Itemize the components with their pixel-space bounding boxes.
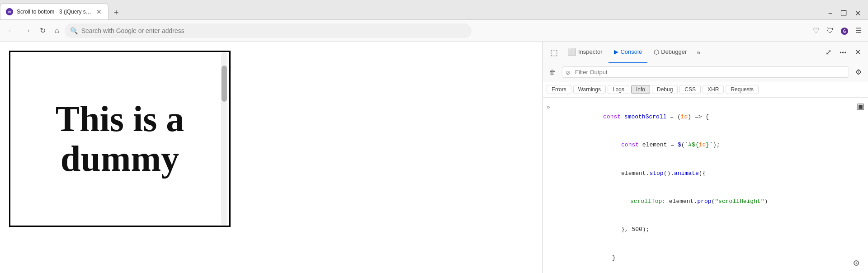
undock-button[interactable]: ⤢ — [822, 45, 835, 59]
filter-requests[interactable]: Requests — [726, 85, 759, 94]
chevrons-right-icon: » — [697, 49, 700, 56]
extensions-icon: 6 — [841, 28, 848, 35]
gear-icon: ⚙ — [855, 68, 862, 76]
demo-text-line2: dummy — [56, 139, 184, 179]
console-entry: » const smoothScroll = (id) => { const e… — [543, 101, 868, 273]
address-input[interactable] — [65, 24, 472, 38]
close-button[interactable]: ✕ — [851, 7, 864, 19]
side-panel-toggle-button[interactable]: ▣ — [857, 101, 864, 111]
scrollbar[interactable] — [221, 52, 227, 226]
console-filter-bar: 🗑 ⊘ ⚙ — [543, 63, 868, 81]
home-button[interactable]: ⌂ — [51, 24, 63, 38]
cursor-icon — [854, 260, 859, 266]
filter-debug[interactable]: Debug — [652, 85, 678, 94]
pick-element-icon: ⬚ — [550, 47, 558, 57]
tab-label: Scroll to bottom - 3 (jQuery smoo — [17, 9, 92, 15]
nav-icons: ♡ 🛡 6 ☰ — [810, 24, 864, 38]
page-content: This is a dummy — [0, 42, 542, 273]
undock-icon: ⤢ — [826, 48, 831, 56]
code-line-5: }, 500); — [554, 216, 864, 244]
devtools-panel: ⬚ ⬜ Inspector ▶ Console ⬡ Debugger » — [542, 42, 868, 273]
filter-input[interactable] — [562, 66, 849, 78]
demo-box: This is a dummy — [9, 51, 231, 227]
devtools-close-button[interactable]: ✕ — [851, 45, 864, 59]
new-tab-button[interactable]: + — [110, 6, 123, 19]
filter-css[interactable]: CSS — [679, 85, 701, 94]
trash-icon: 🗑 — [549, 69, 556, 76]
console-code-block: const smoothScroll = (id) => { const ele… — [554, 103, 864, 273]
console-settings-button[interactable]: ⚙ — [853, 66, 864, 78]
clear-console-button[interactable]: 🗑 — [547, 67, 558, 78]
inspector-icon: ⬜ — [568, 48, 576, 56]
demo-text-line1: This is a — [56, 99, 184, 139]
filter-warnings[interactable]: Warnings — [573, 85, 606, 94]
forward-button[interactable]: → — [20, 24, 34, 38]
minimize-button[interactable]: − — [825, 8, 836, 19]
tab-inspector[interactable]: ⬜ Inspector — [562, 42, 608, 63]
code-line-6: } — [554, 244, 864, 272]
maximize-button[interactable]: ❐ — [837, 7, 850, 19]
forward-icon: → — [24, 27, 31, 34]
menu-button[interactable]: ☰ — [853, 24, 864, 38]
window-controls: − ❐ ✕ — [821, 7, 868, 19]
scrollbar-thumb — [222, 66, 227, 102]
filter-input-container: ⊘ — [562, 66, 849, 78]
cursor-position — [854, 259, 861, 266]
home-icon: ⌂ — [55, 27, 59, 34]
hamburger-icon: ☰ — [855, 27, 862, 34]
filter-xhr[interactable]: XHR — [703, 85, 724, 94]
tab-close-button[interactable]: ✕ — [95, 7, 103, 16]
code-line-2: const element = $(`#${id}`); — [554, 131, 864, 159]
tab-bar: Scroll to bottom - 3 (jQuery smoo ✕ + − … — [0, 0, 868, 20]
more-options-button[interactable]: ••• — [836, 46, 850, 59]
devtools-toolbar: ⬚ ⬜ Inspector ▶ Console ⬡ Debugger » — [543, 42, 868, 63]
filter-errors[interactable]: Errors — [547, 85, 571, 94]
browser-window: Scroll to bottom - 3 (jQuery smoo ✕ + − … — [0, 0, 868, 273]
debugger-icon: ⬡ — [654, 48, 659, 56]
console-prompt-icon: » — [547, 103, 550, 111]
back-button[interactable]: ← — [4, 24, 18, 38]
pick-element-button[interactable]: ⬚ — [547, 45, 561, 60]
bookmark-button[interactable]: ♡ — [810, 24, 822, 38]
demo-text: This is a dummy — [47, 90, 193, 188]
nav-bar: ← → ↻ ⌂ 🔍 ♡ 🛡 6 ☰ — [0, 20, 868, 42]
filter-info[interactable]: Info — [631, 85, 650, 94]
code-line-4: scrollTop: element.prop("scrollHeight") — [554, 188, 864, 216]
filter-pills: Errors Warnings Logs Info Debug CSS XHR … — [543, 81, 868, 98]
close-icon: ✕ — [855, 48, 861, 56]
refresh-button[interactable]: ↻ — [36, 24, 49, 38]
shield-icon: 🛡 — [826, 27, 834, 34]
console-icon: ▶ — [614, 48, 618, 55]
tab-favicon — [6, 8, 13, 15]
filter-logs[interactable]: Logs — [608, 85, 629, 94]
extensions-button[interactable]: 6 — [838, 24, 851, 38]
filter-icon: ⊘ — [566, 69, 571, 75]
address-bar-container: 🔍 — [65, 24, 472, 38]
main-area: This is a dummy ⬚ ⬜ Inspector — [0, 42, 868, 273]
back-icon: ← — [7, 27, 14, 34]
shield-button[interactable]: 🛡 — [824, 24, 836, 38]
scrollbar-track — [221, 52, 227, 226]
more-tools-button[interactable]: » — [693, 46, 704, 59]
console-output: » const smoothScroll = (id) => { const e… — [543, 98, 868, 273]
more-options-icon: ••• — [840, 50, 847, 56]
bookmark-icon: ♡ — [813, 27, 819, 34]
browser-tab[interactable]: Scroll to bottom - 3 (jQuery smoo ✕ — [0, 3, 108, 19]
code-line-3: element.stop().animate({ — [554, 160, 864, 188]
tab-debugger[interactable]: ⬡ Debugger — [648, 42, 692, 63]
side-panel-icon: ▣ — [857, 102, 864, 111]
tab-console[interactable]: ▶ Console — [609, 42, 647, 63]
refresh-icon: ↻ — [40, 27, 46, 34]
code-line-1: const smoothScroll = (id) => { — [554, 103, 864, 131]
search-icon: 🔍 — [70, 27, 78, 34]
